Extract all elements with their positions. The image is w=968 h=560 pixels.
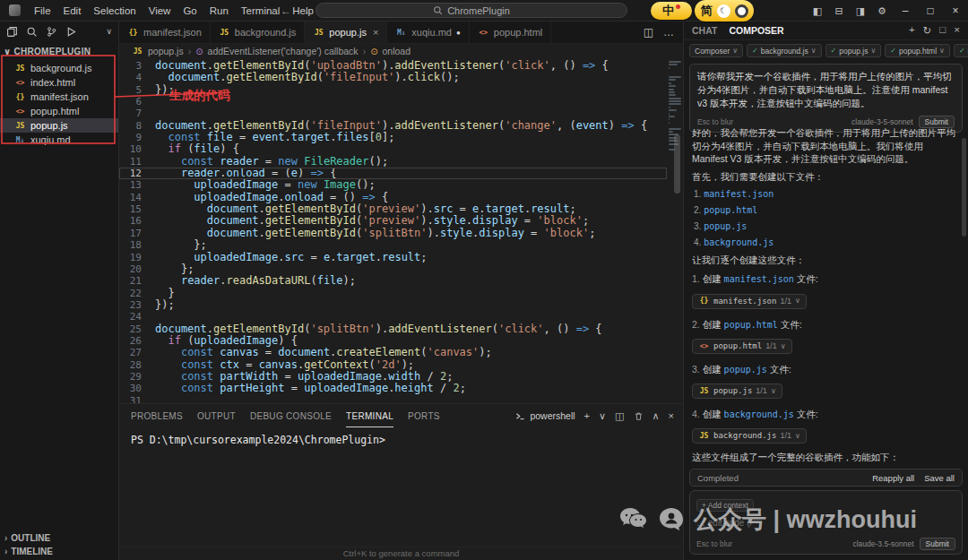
terminal-output[interactable]: PS D:\tmp\cursorexample2024\ChromePlugin…: [119, 427, 683, 446]
panel-tab-terminal[interactable]: TERMINAL: [346, 404, 393, 427]
menu-edit[interactable]: Edit: [57, 5, 88, 16]
file-item-manifest.json[interactable]: {}manifest.json: [0, 90, 118, 104]
menu-view[interactable]: View: [143, 5, 177, 16]
close-button[interactable]: ×: [943, 4, 968, 17]
breadcrumb-item[interactable]: addEventListener('change') callback: [208, 46, 359, 56]
tab-chat[interactable]: CHAT: [692, 25, 717, 36]
code-line-6[interactable]: 6: [119, 96, 667, 108]
code-line-22[interactable]: 22 }: [119, 288, 667, 299]
chevron-down-icon[interactable]: ∨: [106, 27, 112, 36]
code-line-21[interactable]: 21 reader.readAsDataURL(file);: [119, 275, 667, 287]
composer-input-box[interactable]: + Add context … edit code (/ Esc to blur…: [689, 490, 963, 555]
menu-terminal[interactable]: Terminal: [235, 5, 286, 16]
menu-selection[interactable]: Selection: [87, 5, 142, 16]
editor-tab-popup.html[interactable]: <>popup.html: [470, 22, 551, 43]
explorer-section-header[interactable]: ∨ CHROMEPLUGIN: [0, 41, 118, 60]
composer-chip-popup.html[interactable]: ✓popup.html∨: [885, 44, 950, 57]
code-line-9[interactable]: 9 const file = event.target.files[0];: [119, 132, 667, 143]
new-terminal-icon[interactable]: +: [584, 410, 590, 421]
breadcrumb-item[interactable]: onload: [383, 46, 411, 56]
editor-scrollbar[interactable]: [674, 134, 680, 194]
maximize-button[interactable]: □: [918, 4, 943, 17]
code-line-19[interactable]: 19 uploadedImage.src = e.target.result;: [119, 252, 667, 263]
ime-toolbar-pill[interactable]: 简 ☾: [695, 0, 754, 22]
minimize-button[interactable]: –: [893, 4, 918, 17]
menu-go[interactable]: Go: [177, 5, 203, 16]
menu-run[interactable]: Run: [203, 5, 235, 16]
file-link-popup.js[interactable]: popup.js: [724, 365, 767, 375]
code-line-30[interactable]: 30 const partHeight = uploadedImage.heig…: [119, 383, 667, 394]
code-line-20[interactable]: 20 };: [119, 263, 667, 275]
layout-sidebar-icon[interactable]: ◧: [807, 5, 828, 17]
composer-chip-Composer[interactable]: Composer∨: [689, 44, 743, 57]
panel-tab-problems[interactable]: PROBLEMS: [131, 404, 183, 427]
code-line-12[interactable]: 12 reader.onload = (e) => {: [119, 168, 667, 179]
submit-button[interactable]: Submit: [920, 538, 955, 550]
code-line-18[interactable]: 18 };: [119, 239, 667, 251]
file-link-background.js[interactable]: background.js: [724, 409, 794, 419]
reapply-all-button[interactable]: Reapply all: [872, 473, 914, 483]
file-link-popup.html[interactable]: popup.html: [724, 320, 778, 330]
code-line-31[interactable]: 31: [119, 395, 667, 403]
file-chip-popup.html[interactable]: <>popup.html1/1∨: [692, 339, 792, 354]
file-item-popup.js[interactable]: JSpopup.js: [0, 118, 118, 133]
file-item-index.html[interactable]: <>index.html: [0, 75, 118, 90]
code-line-5[interactable]: 5});: [119, 84, 667, 96]
file-chip-manifest.json[interactable]: {}manifest.json1/1∨: [692, 294, 807, 309]
code-line-25[interactable]: 25document.getElementById('splitBtn').ad…: [119, 323, 667, 335]
code-line-17[interactable]: 17 document.getElementById('splitBtn').s…: [119, 228, 667, 239]
file-link-popup.js[interactable]: popup.js: [704, 221, 747, 231]
add-context-button[interactable]: + Add context: [696, 499, 754, 512]
shell-selector[interactable]: powershell: [515, 410, 575, 421]
breadcrumb-item[interactable]: popup.js: [148, 46, 184, 56]
code-editor[interactable]: 3document.getElementById('uploadBtn').ad…: [119, 58, 683, 403]
layout-panel-icon[interactable]: ⊟: [828, 5, 850, 17]
kill-terminal-trash-icon[interactable]: [634, 411, 644, 421]
composer-chip-background.js[interactable]: ✓background.js∨: [747, 44, 821, 57]
maximize-panel-icon[interactable]: ∧: [653, 410, 660, 422]
close-icon[interactable]: ×: [373, 27, 378, 38]
new-composer-icon[interactable]: +: [909, 24, 915, 37]
code-line-10[interactable]: 10 if (file) {: [119, 143, 667, 155]
code-line-7[interactable]: 7: [119, 108, 667, 119]
tab-composer[interactable]: COMPOSER: [729, 25, 783, 36]
ime-moon-icon[interactable]: ☾: [717, 4, 730, 18]
split-editor-icon[interactable]: ◫: [644, 26, 653, 39]
code-line-23[interactable]: 23});: [119, 299, 667, 311]
run-debug-icon[interactable]: [65, 26, 77, 38]
editor-tab-popup.js[interactable]: JSpopup.js×: [305, 22, 387, 43]
split-terminal-icon[interactable]: ◫: [615, 410, 624, 422]
timeline-section[interactable]: › TIMELINE: [0, 545, 118, 558]
editor-tab-xuqiu.md[interactable]: M↓xuqiu.md●: [387, 22, 469, 43]
chevron-down-icon[interactable]: ∨: [599, 410, 606, 422]
panel-tab-output[interactable]: OUTPUT: [197, 404, 236, 427]
layout-secondary-sidebar-icon[interactable]: ◨: [850, 5, 871, 17]
close-panel-icon[interactable]: ×: [669, 410, 674, 421]
file-link-background.js[interactable]: background.js: [704, 237, 774, 247]
code-line-8[interactable]: 8document.getElementById('fileInput').ad…: [119, 120, 667, 132]
code-line-3[interactable]: 3document.getElementById('uploadBtn').ad…: [119, 60, 667, 72]
composer-chip-manife[interactable]: ✓manife∨: [954, 44, 968, 57]
panel-layout-icon[interactable]: □: [939, 24, 946, 37]
file-link-manifest.json[interactable]: manifest.json: [704, 189, 774, 199]
file-chip-popup.js[interactable]: JSpopup.js1/1∨: [692, 383, 782, 399]
nav-back-icon[interactable]: ←: [281, 4, 291, 17]
code-line-29[interactable]: 29 const partWidth = uploadedImage.width…: [119, 371, 667, 383]
customize-layout-gear-icon[interactable]: ⚙: [871, 5, 893, 17]
model-selector[interactable]: claude-3.5-sonnet: [852, 539, 913, 548]
source-control-icon[interactable]: [46, 26, 57, 38]
file-chip-background.js[interactable]: JSbackground.js1/1∨: [692, 428, 807, 444]
file-item-xuqiu.md[interactable]: M↓xuqiu.md: [0, 133, 118, 147]
code-line-13[interactable]: 13 uploadedImage = new Image();: [119, 179, 667, 191]
command-center-search[interactable]: ChromePlugin: [315, 3, 627, 18]
code-line-27[interactable]: 27 const canvas = document.createElement…: [119, 347, 667, 358]
editor-tab-background.js[interactable]: JSbackground.js: [211, 22, 306, 43]
composer-chip-popup.js[interactable]: ✓popup.js∨: [825, 44, 882, 57]
code-line-11[interactable]: 11 const reader = new FileReader();: [119, 156, 667, 168]
code-line-28[interactable]: 28 const ctx = canvas.getContext('2d');: [119, 359, 667, 371]
editor-tab-manifest.json[interactable]: {}manifest.json: [119, 22, 211, 43]
panel-tab-ports[interactable]: PORTS: [408, 404, 440, 427]
code-line-14[interactable]: 14 uploadedImage.onload = () => {: [119, 192, 667, 203]
outline-section[interactable]: › OUTLINE: [0, 531, 118, 545]
history-icon[interactable]: ↻: [923, 24, 932, 37]
